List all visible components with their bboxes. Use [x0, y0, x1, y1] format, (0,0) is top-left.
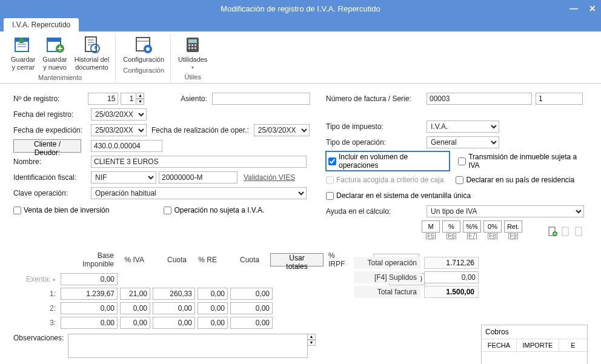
numfact-input[interactable]: [427, 93, 532, 105]
r1-piva[interactable]: [120, 288, 150, 300]
idfiscal-tipo-select[interactable]: NIF: [91, 171, 156, 184]
totfac-value: 1.500,00: [424, 286, 479, 298]
venta-bi-checkbox[interactable]: Venta de bien de inversión: [13, 206, 109, 214]
fregistro-label: Fecha del registro:: [13, 110, 91, 119]
cobros-toolbar: [548, 227, 584, 236]
edit-icon[interactable]: [561, 227, 571, 236]
r3-label: 3:: [13, 319, 61, 327]
nregistro-input[interactable]: [88, 93, 118, 105]
ayuda-label: Ayuda en el cálculo:: [326, 207, 422, 216]
th-piva: % IVA: [118, 253, 148, 266]
nombre-input[interactable]: [91, 156, 307, 168]
tabstrip: I.V.A. Repercutido: [0, 17, 601, 31]
supl-input[interactable]: [424, 271, 479, 283]
totop-value: 1.712,26: [424, 257, 479, 269]
exenta-label: Exenta:: [26, 275, 51, 283]
cliente-input[interactable]: [91, 140, 162, 152]
ventanilla-checkbox[interactable]: Declarar en el sistema de ventanilla úni…: [326, 191, 471, 200]
tipo-op-select[interactable]: General: [427, 136, 499, 148]
op-no-iva-checkbox[interactable]: Operación no sujeta a I.V.A.: [164, 206, 264, 214]
transm-checkbox[interactable]: Transmisión de inmueble sujeta a IVA: [458, 153, 588, 170]
supl-label: [F4] Suplidos: [354, 271, 420, 283]
vies-link[interactable]: Validación VIES: [244, 173, 295, 182]
svg-rect-20: [188, 44, 190, 46]
cobros-col-importe: IMPORTE: [517, 339, 559, 351]
tipo-imp-select[interactable]: I.V.A.: [427, 121, 499, 133]
ribbon-group-config: Configuración: [119, 65, 168, 76]
history-button[interactable]: Historial del documento: [71, 34, 113, 72]
th-base: Base Imponible: [61, 249, 118, 271]
ribbon-group-maint: Mantenimiento: [7, 72, 113, 83]
tipo-imp-label: Tipo de impuesto:: [326, 122, 422, 131]
r1-pre[interactable]: [198, 288, 228, 300]
asiento-input[interactable]: [212, 93, 310, 105]
cobros-col-e: E: [559, 339, 587, 351]
th-cuota: Cuota: [148, 253, 190, 266]
obs-scroll[interactable]: ▲▼: [307, 334, 316, 346]
close-icon[interactable]: ✕: [589, 4, 596, 13]
svg-rect-31: [576, 227, 582, 236]
totfac-label: Total factura: [354, 286, 420, 298]
r2-pre[interactable]: [198, 302, 228, 314]
svg-point-17: [146, 47, 150, 51]
config-button[interactable]: Configuración: [119, 34, 168, 65]
hb-pct[interactable]: %: [442, 220, 460, 233]
th-pre: % RE: [190, 253, 221, 266]
ribbon: Guardar y cerrar Guardar y nuevo Histori…: [0, 31, 601, 84]
r1-label: 1:: [13, 290, 61, 298]
criterio-checkbox[interactable]: Factura acogida a criterio de caja: [326, 176, 443, 184]
asiento-label: Asiento:: [181, 94, 207, 103]
fregistro-select[interactable]: 25/03/20XX: [91, 108, 147, 121]
r2-cuota[interactable]: [153, 302, 195, 314]
save-new-button[interactable]: Guardar y nuevo: [39, 34, 70, 72]
idfiscal-num-input[interactable]: [159, 171, 237, 184]
hb-ret[interactable]: Ret.: [504, 220, 522, 233]
add-icon[interactable]: [548, 227, 557, 236]
r2-base[interactable]: [61, 302, 118, 314]
r1-cuota2[interactable]: [230, 288, 273, 300]
r3-cuota[interactable]: [153, 317, 195, 329]
cobros-col-fecha: FECHA: [482, 339, 517, 351]
tab-iva-repercutido[interactable]: I.V.A. Repercutido: [4, 18, 79, 31]
tipo-op-label: Tipo de operación:: [326, 138, 422, 147]
util-button[interactable]: Utilidades ▾: [174, 34, 211, 71]
th-cuota2: Cuota: [221, 253, 263, 266]
svg-rect-5: [47, 38, 61, 42]
r3-piva[interactable]: [120, 317, 150, 329]
cobros-title: Cobros: [485, 328, 509, 336]
ayuda-select[interactable]: Un tipo de IVA: [427, 205, 584, 217]
cliente-button[interactable]: Cliente / Deudor:: [13, 139, 81, 153]
r3-cuota2[interactable]: [230, 317, 273, 329]
r2-cuota2[interactable]: [230, 302, 273, 314]
hb-0pct[interactable]: 0%: [483, 220, 502, 233]
cobros-panel: Cobros FECHA IMPORTE E: [481, 325, 588, 364]
svg-rect-22: [194, 44, 196, 46]
save-close-button[interactable]: Guardar y cerrar: [7, 34, 39, 72]
clave-select[interactable]: Operación habitual: [91, 187, 307, 199]
nregistro-sub-input[interactable]: [121, 93, 136, 105]
totop-label: Total operación: [354, 257, 420, 269]
minimize-icon[interactable]: —: [569, 4, 578, 13]
delete-icon[interactable]: [574, 227, 584, 236]
svg-rect-24: [191, 47, 193, 49]
usar-totales-button[interactable]: Usar totales: [270, 253, 324, 266]
ribbon-group-util: Útiles: [174, 71, 211, 82]
r3-base[interactable]: [61, 317, 118, 329]
svg-rect-25: [194, 47, 196, 49]
obs-label: Observaciones:: [13, 334, 68, 342]
r2-piva[interactable]: [120, 302, 150, 314]
pais-checkbox[interactable]: Declarar en su país de residencia: [456, 176, 574, 184]
fexped-select[interactable]: 25/03/20XX: [91, 124, 147, 136]
clave-label: Clave operación:: [13, 189, 91, 197]
hb-pctpct[interactable]: %%: [463, 220, 481, 233]
hb-m[interactable]: M: [422, 220, 440, 233]
r1-cuota[interactable]: [153, 288, 195, 300]
incluir-checkbox[interactable]: Incluir en volumen de operaciones: [326, 151, 450, 171]
numfact-label: Número de factura / Serie:: [326, 94, 422, 103]
obs-textarea[interactable]: [68, 334, 308, 358]
r1-base[interactable]: [61, 288, 118, 300]
serie-input[interactable]: [536, 93, 583, 105]
foper-select[interactable]: 25/03/20XX: [254, 124, 310, 136]
nregistro-spinner[interactable]: ▲▼: [136, 93, 144, 105]
r3-pre[interactable]: [198, 317, 228, 329]
